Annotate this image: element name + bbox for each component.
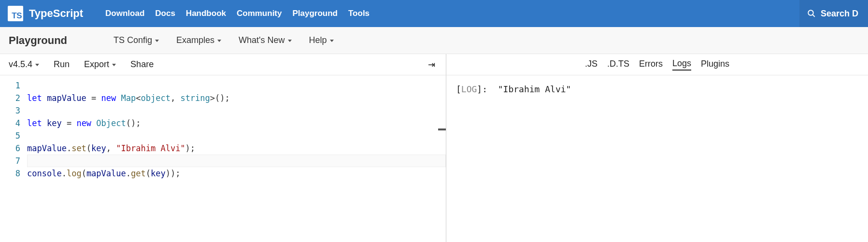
version-picker[interactable]: v4.5.4 xyxy=(9,59,39,70)
nav-handbook[interactable]: Handbook xyxy=(186,9,226,18)
search-button[interactable]: Search D xyxy=(799,0,868,27)
tab-dts[interactable]: .D.TS xyxy=(607,59,629,70)
menu-examples[interactable]: Examples xyxy=(176,35,221,45)
nav-download[interactable]: Download xyxy=(105,9,144,18)
chevron-down-icon xyxy=(217,40,221,42)
share-button[interactable]: Share xyxy=(130,59,154,70)
tab-errors[interactable]: Errors xyxy=(639,59,663,70)
playground-subnav: Playground TS Config Examples What's New… xyxy=(0,27,868,54)
log-value: "Ibrahim Alvi" xyxy=(498,84,571,94)
menu-whats-new-label: What's New xyxy=(239,35,285,45)
chevron-down-icon xyxy=(155,40,159,42)
menu-ts-config-label: TS Config xyxy=(114,35,152,45)
menu-whats-new[interactable]: What's New xyxy=(239,35,291,45)
top-nav: TS TypeScript Download Docs Handbook Com… xyxy=(0,0,868,27)
code-editor[interactable]: 12345678 let mapValue = new Map<object, … xyxy=(0,75,446,242)
brand-name: TypeScript xyxy=(29,7,83,20)
svg-point-0 xyxy=(808,10,813,15)
chevron-down-icon xyxy=(112,64,116,66)
output-pane: [LOG]: "Ibrahim Alvi" xyxy=(446,75,868,242)
nav-docs[interactable]: Docs xyxy=(155,9,175,18)
line-gutter: 12345678 xyxy=(0,75,27,242)
tab-plugins[interactable]: Plugins xyxy=(701,59,729,70)
menu-help-label: Help xyxy=(309,35,327,45)
brand-logo[interactable]: TS TypeScript xyxy=(8,6,83,21)
search-label: Search D xyxy=(821,9,858,19)
version-label: v4.5.4 xyxy=(9,59,32,70)
primary-nav: Download Docs Handbook Community Playgro… xyxy=(105,9,799,18)
export-button[interactable]: Export xyxy=(84,59,116,70)
toolbar-row: v4.5.4 Run Export Share ⇥ .JS .D.TS Erro… xyxy=(0,54,868,75)
logo-icon: TS xyxy=(8,6,23,21)
menu-examples-label: Examples xyxy=(176,35,214,45)
nav-community[interactable]: Community xyxy=(237,9,282,18)
page-title: Playground xyxy=(9,34,67,47)
code-content[interactable]: let mapValue = new Map<object, string>()… xyxy=(27,75,230,242)
nav-playground[interactable]: Playground xyxy=(292,9,338,18)
search-icon xyxy=(807,9,816,18)
log-bracket: [ xyxy=(456,84,461,94)
log-tag: LOG xyxy=(461,84,477,94)
menu-help[interactable]: Help xyxy=(309,35,334,45)
minimap-marker xyxy=(438,128,446,130)
chevron-down-icon xyxy=(35,64,39,66)
tab-js[interactable]: .JS xyxy=(585,59,598,70)
chevron-down-icon xyxy=(330,40,334,42)
log-line: [LOG]: "Ibrahim Alvi" xyxy=(456,84,858,94)
main-split: 12345678 let mapValue = new Map<object, … xyxy=(0,75,868,242)
chevron-down-icon xyxy=(288,40,292,42)
nav-tools[interactable]: Tools xyxy=(348,9,370,18)
tab-logs[interactable]: Logs xyxy=(672,58,691,71)
log-bracket: ]: xyxy=(477,84,493,94)
svg-line-1 xyxy=(813,15,815,17)
editor-toolbar: v4.5.4 Run Export Share ⇥ xyxy=(0,54,446,75)
run-arrow-icon[interactable]: ⇥ xyxy=(428,59,437,70)
run-button[interactable]: Run xyxy=(54,59,70,70)
export-label: Export xyxy=(84,59,109,70)
output-tabs: .JS .D.TS Errors Logs Plugins xyxy=(446,54,868,75)
menu-ts-config[interactable]: TS Config xyxy=(114,35,159,45)
